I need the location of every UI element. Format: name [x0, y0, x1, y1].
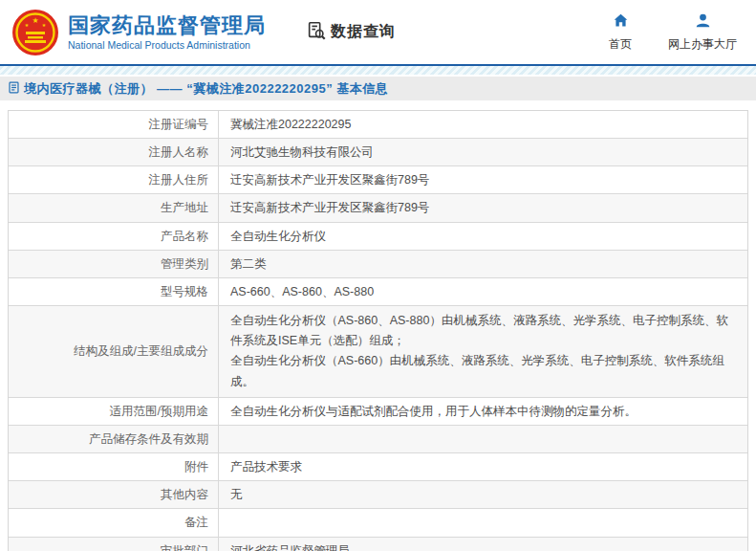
person-icon [695, 12, 711, 33]
site-title-cn: 国家药品监督管理局 [68, 13, 266, 37]
nav-home-label: 首页 [609, 36, 632, 53]
table-row: 型号规格AS-660、AS-860、AS-880 [9, 278, 747, 306]
row-value [219, 426, 747, 452]
header: ★ ★ ★ 国家药品监督管理局 National Medical Product… [0, 0, 756, 64]
breadcrumb-bar: 境内医疗器械（注册） —— “冀械注准20222220295” 基本信息 [0, 77, 756, 100]
document-icon [8, 80, 20, 98]
row-label: 生产地址 [9, 194, 219, 221]
svg-text:★: ★ [32, 16, 38, 25]
national-emblem-logo: ★ ★ ★ [11, 9, 59, 56]
table-row: 其他内容无 [9, 481, 747, 509]
row-value: 第二类 [219, 251, 747, 277]
data-query-section[interactable]: 数据查询 [306, 20, 396, 45]
row-value: 迁安高新技术产业开发区聚鑫街789号 [219, 194, 747, 221]
row-label: 产品名称 [9, 223, 219, 250]
nav-service-hall-label: 网上办事大厅 [668, 36, 737, 53]
table-row: 注册人名称河北艾驰生物科技有限公司 [9, 139, 747, 166]
home-icon [613, 12, 629, 33]
data-query-icon [306, 20, 327, 45]
table-row: 适用范围/预期用途全自动生化分析仪与适配试剂配合使用，用于人体样本中待测物的定量… [9, 398, 747, 426]
row-value: 河北省药品监督管理局 [219, 538, 747, 551]
row-label: 型号规格 [9, 278, 219, 305]
table-row: 管理类别第二类 [9, 251, 747, 278]
nav-home[interactable]: 首页 [609, 12, 632, 53]
row-label: 注册人名称 [9, 139, 219, 165]
row-label: 附件 [9, 453, 219, 480]
table-row: 产品储存条件及有效期 [9, 426, 747, 453]
row-value: 全自动生化分析仪与适配试剂配合使用，用于人体样本中待测物的定量分析。 [219, 398, 747, 425]
row-label: 适用范围/预期用途 [9, 398, 219, 425]
decorative-hatch-band [0, 66, 756, 75]
page-title: 境内医疗器械（注册） —— “冀械注准20222220295” 基本信息 [24, 80, 388, 98]
row-label: 其他内容 [9, 481, 219, 508]
nav-service-hall[interactable]: 网上办事大厅 [668, 12, 737, 53]
row-value: AS-660、AS-860、AS-880 [219, 278, 747, 305]
row-value: 冀械注准20222220295 [219, 111, 747, 138]
table-row: 附件产品技术要求 [9, 453, 747, 481]
table-row: 产品名称全自动生化分析仪 [9, 223, 747, 251]
table-row: 审批部门河北省药品监督管理局 [9, 538, 747, 551]
row-value: 迁安高新技术产业开发区聚鑫街789号 [219, 166, 747, 193]
row-label: 备注 [9, 509, 219, 536]
table-row: 备注 [9, 509, 747, 537]
table-row: 结构及组成/主要组成成分全自动生化分析仪（AS-860、AS-880）由机械系统… [9, 306, 747, 398]
table-row: 生产地址迁安高新技术产业开发区聚鑫街789号 [9, 194, 747, 222]
site-title-en: National Medical Products Administration [68, 39, 266, 51]
row-value: 无 [219, 481, 747, 508]
row-value: 全自动生化分析仪（AS-860、AS-880）由机械系统、液路系统、光学系统、电… [219, 306, 747, 397]
svg-text:★: ★ [25, 22, 30, 28]
table-row: 注册人住所迁安高新技术产业开发区聚鑫街789号 [9, 166, 747, 194]
row-value: 产品技术要求 [219, 453, 747, 480]
registration-info-table: 注册证编号冀械注准20222220295 注册人名称河北艾驰生物科技有限公司 注… [8, 110, 748, 551]
row-label: 管理类别 [9, 251, 219, 277]
row-value: 全自动生化分析仪 [219, 223, 747, 250]
row-label: 注册人住所 [9, 166, 219, 193]
data-query-label: 数据查询 [331, 22, 396, 42]
row-value: 河北艾驰生物科技有限公司 [219, 139, 747, 165]
table-row: 注册证编号冀械注准20222220295 [9, 111, 747, 139]
svg-text:★: ★ [42, 22, 47, 28]
row-label: 结构及组成/主要组成成分 [9, 306, 219, 397]
top-nav: 首页 网上办事大厅 [609, 12, 737, 53]
brand-titles: 国家药品监督管理局 National Medical Products Admi… [68, 13, 266, 51]
row-label: 注册证编号 [9, 111, 219, 138]
row-label: 审批部门 [9, 538, 219, 551]
row-value [219, 509, 747, 536]
row-label: 产品储存条件及有效期 [9, 426, 219, 452]
